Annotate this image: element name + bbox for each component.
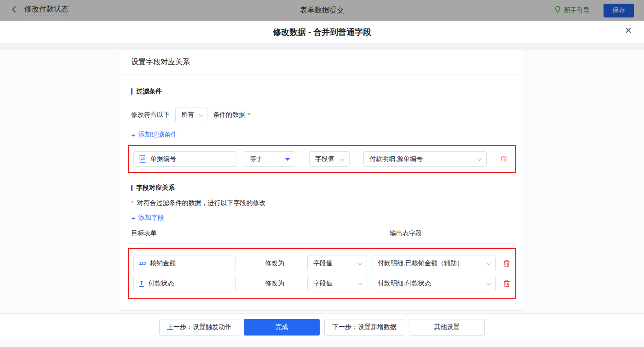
- modify-to-label: 修改为: [265, 259, 286, 267]
- serial-number-field-icon: ⇄: [139, 155, 146, 163]
- value-type-select[interactable]: 字段值: [309, 151, 350, 167]
- filter-section-title: 过滤条件: [131, 87, 513, 96]
- save-button[interactable]: 保存: [604, 4, 634, 17]
- number-field-icon: 123: [139, 261, 146, 266]
- add-filter-condition-link[interactable]: + 添加过滤条件: [131, 131, 177, 139]
- triangle-down-icon: [285, 158, 290, 163]
- beginner-guide-label: 新手引导: [564, 6, 590, 15]
- lightbulb-icon: [554, 6, 561, 15]
- add-field-link[interactable]: + 添加字段: [131, 214, 164, 222]
- chevron-down-icon: [358, 281, 362, 285]
- dialog-title: 修改数据 - 合并到普通字段: [273, 27, 371, 38]
- required-mark: *: [131, 199, 133, 207]
- plus-icon: +: [131, 131, 135, 138]
- target-field-select[interactable]: 123 核销金额: [133, 256, 236, 271]
- filter-field-value: 单据编号: [150, 155, 176, 163]
- done-button[interactable]: 完成: [244, 319, 320, 336]
- trash-icon: [503, 260, 510, 267]
- mapping-row: 123 核销金额 修改为 字段值 付款明细.已核销金额（辅助）: [133, 256, 511, 271]
- chevron-down-icon: [340, 156, 345, 161]
- delete-mapping-button[interactable]: [503, 260, 510, 267]
- section-accent-bar: [131, 88, 132, 95]
- value-type-select[interactable]: 字段值: [307, 256, 367, 271]
- dialog-body: 设置字段对应关系 过滤条件 修改符合以下 所有 条件的数据 * + 添加过滤条件: [0, 50, 644, 347]
- trash-icon: [500, 155, 507, 163]
- chevron-down-icon: [358, 261, 362, 265]
- output-field-select[interactable]: 付款明细.已核销金额（辅助）: [372, 256, 496, 271]
- modify-to-label: 修改为: [265, 279, 286, 288]
- mapping-column-headers: 目标表单 输出表字段: [131, 229, 513, 238]
- card-title: 设置字段对应关系: [120, 50, 524, 74]
- plus-icon: +: [131, 215, 135, 222]
- beginner-guide-link[interactable]: 新手引导: [554, 6, 590, 15]
- dialog-footer: 上一步：设置触发动作 完成 下一步：设置新增数据 其他设置: [0, 313, 644, 341]
- chevron-down-icon: [199, 112, 204, 117]
- chevron-down-icon: [487, 281, 491, 285]
- mapping-section-title: 字段对应关系: [131, 184, 513, 192]
- settings-card: 设置字段对应关系 过滤条件 修改符合以下 所有 条件的数据 * + 添加过滤条件: [120, 50, 524, 311]
- required-mark: *: [248, 111, 250, 119]
- next-step-button[interactable]: 下一步：设置新增数据: [324, 319, 404, 336]
- target-form-column-header: 目标表单: [131, 229, 157, 238]
- dialog-header: 修改数据 - 合并到普通字段 ✕: [0, 21, 644, 44]
- target-field-value: 付款状态: [148, 279, 174, 288]
- delete-mapping-button[interactable]: [503, 280, 510, 287]
- top-bar: 修改付款状态 表单数据提交 新手引导 保存: [0, 0, 644, 21]
- operator-value: 等于: [244, 155, 280, 163]
- filter-value-select[interactable]: 付款明细.源单编号: [363, 151, 487, 167]
- operator-select[interactable]: 等于: [244, 151, 295, 167]
- output-field-select[interactable]: 付款明细.付款状态: [372, 276, 496, 291]
- filter-match-line: 修改符合以下 所有 条件的数据 *: [131, 108, 513, 122]
- chevron-down-icon: [477, 156, 482, 161]
- trash-icon: [503, 280, 510, 287]
- value-type-value: 字段值: [315, 155, 334, 163]
- text-field-icon: T: [139, 280, 144, 287]
- operator-dropdown-button[interactable]: [280, 152, 295, 166]
- match-mode-select[interactable]: 所有: [175, 108, 207, 122]
- field-mapping-rows-highlighted: 123 核销金额 修改为 字段值 付款明细.已核销金额（辅助）: [128, 248, 516, 299]
- filter-field-select[interactable]: ⇄ 单据编号: [133, 151, 236, 167]
- filter-condition-row-highlighted: ⇄ 单据编号 等于 字段值 付款明细.源单编号: [128, 145, 516, 173]
- page-type-label: 表单数据提交: [0, 6, 644, 15]
- value-type-select[interactable]: 字段值: [307, 276, 367, 291]
- prev-step-button[interactable]: 上一步：设置触发动作: [159, 319, 239, 336]
- mapping-hint: * 对符合过滤条件的数据，进行以下字段的修改: [131, 199, 513, 207]
- filter-value: 付款明细.源单编号: [369, 155, 423, 163]
- mapping-row: T 付款状态 修改为 字段值 付款明细.付款状态: [133, 276, 511, 291]
- column-divider: [128, 243, 516, 244]
- delete-condition-button[interactable]: [500, 155, 507, 163]
- section-accent-bar: [131, 185, 132, 191]
- match-mode-value: 所有: [181, 111, 194, 119]
- chevron-down-icon: [487, 261, 491, 265]
- filter-suffix-label: 条件的数据: [213, 111, 245, 119]
- other-settings-button[interactable]: 其他设置: [409, 319, 485, 336]
- output-field-column-header: 输出表字段: [390, 229, 422, 238]
- target-field-select[interactable]: T 付款状态: [133, 276, 236, 291]
- target-field-value: 核销金额: [150, 259, 176, 267]
- close-icon[interactable]: ✕: [625, 26, 632, 35]
- filter-prefix-label: 修改符合以下: [131, 111, 170, 119]
